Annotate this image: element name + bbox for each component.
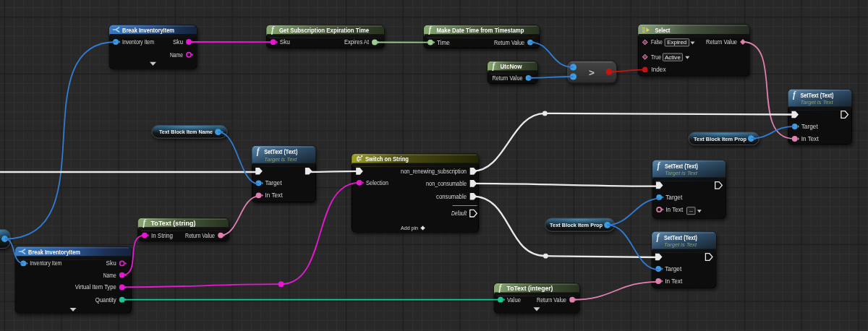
svg-text:Target: Target — [665, 194, 683, 201]
svg-text:Target is Text: Target is Text — [801, 99, 834, 106]
svg-text:True: True — [651, 54, 661, 61]
svg-text:Text Block Item Prop: Text Block Item Prop — [550, 222, 603, 228]
svg-text:In Text: In Text — [801, 136, 820, 142]
svg-text:Switch on String: Switch on String — [365, 155, 409, 163]
svg-text:Target: Target — [801, 124, 819, 130]
svg-text:ToText (string): ToText (string) — [151, 220, 196, 227]
svg-text:Select: Select — [655, 27, 671, 34]
svg-text:Target: Target — [665, 266, 682, 272]
svg-text:Inventory Item: Inventory Item — [30, 260, 61, 267]
svg-text:Target is Text: Target is Text — [264, 156, 297, 163]
svg-text:Default: Default — [451, 210, 467, 217]
svg-text:Break InventoryItem: Break InventoryItem — [28, 249, 80, 256]
svg-text:In Text: In Text — [265, 192, 284, 199]
svg-text:Sku: Sku — [173, 39, 184, 46]
svg-text:>: > — [589, 67, 595, 78]
svg-text:Name: Name — [103, 272, 116, 279]
svg-text:In String: In String — [151, 233, 173, 239]
svg-text:Make Date Time from Timestamp: Make Date Time from Timestamp — [437, 27, 524, 34]
svg-text:Name: Name — [170, 52, 183, 59]
svg-text:Target: Target — [265, 180, 283, 186]
svg-text:Return Value: Return Value — [185, 233, 215, 239]
svg-text:Text Block Item Prop: Text Block Item Prop — [694, 136, 746, 142]
svg-text:SetText (Text): SetText (Text) — [264, 148, 297, 155]
svg-text:Sku: Sku — [106, 260, 117, 267]
svg-text:False: False — [651, 39, 663, 46]
svg-text:Value: Value — [507, 297, 521, 304]
svg-text:SetText (Text): SetText (Text) — [664, 234, 697, 241]
svg-text:Text Block Item Name: Text Block Item Name — [159, 129, 213, 135]
svg-text:Quantity: Quantity — [95, 297, 117, 304]
svg-text:non_consumable: non_consumable — [426, 181, 467, 187]
svg-text:Get Subscription Expiration Ti: Get Subscription Expiration Time — [279, 27, 369, 34]
svg-text:Expired: Expired — [667, 39, 686, 46]
svg-text:In Text: In Text — [665, 278, 683, 285]
svg-text:Inventory Item: Inventory Item — [122, 39, 154, 46]
svg-text:SetText (Text): SetText (Text) — [665, 163, 698, 170]
svg-text:ToText (integer): ToText (integer) — [507, 285, 553, 292]
svg-text:Active: Active — [665, 54, 681, 61]
svg-text:Virtual Item Type: Virtual Item Type — [75, 284, 116, 291]
svg-text:non_renewing_subscription: non_renewing_subscription — [401, 168, 467, 175]
svg-text:Time: Time — [437, 40, 450, 46]
svg-text:Sku: Sku — [280, 39, 291, 46]
svg-text:Return Value: Return Value — [494, 40, 524, 46]
svg-text:In Text: In Text — [665, 207, 684, 213]
svg-text:--: -- — [689, 207, 693, 214]
svg-text:Return Value: Return Value — [537, 297, 566, 304]
svg-text:Target is Text: Target is Text — [664, 241, 697, 248]
svg-text:Return Value: Return Value — [493, 75, 523, 82]
svg-text:consumable: consumable — [436, 194, 467, 200]
svg-text:Selection: Selection — [366, 180, 388, 186]
svg-text:Target is Text: Target is Text — [665, 170, 698, 176]
svg-text:SetText (Text): SetText (Text) — [801, 92, 834, 99]
svg-text:Expires At: Expires At — [344, 39, 370, 46]
svg-text:Add pin: Add pin — [401, 225, 418, 231]
svg-text:Index: Index — [652, 66, 666, 73]
svg-text:UtcNow: UtcNow — [501, 63, 522, 70]
svg-text:Return Value: Return Value — [706, 39, 737, 46]
svg-text:Break InventoryItem: Break InventoryItem — [122, 27, 174, 34]
